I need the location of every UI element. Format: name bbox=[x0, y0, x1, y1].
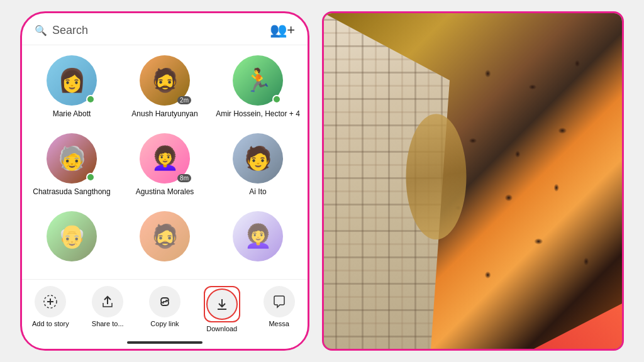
contact-name-3: Amir Hossein, Hector + 4 bbox=[216, 109, 300, 119]
contact-item-9[interactable]: 👩‍🦱 bbox=[214, 211, 301, 269]
add-story-icon bbox=[35, 286, 66, 317]
download-label: Download bbox=[206, 325, 237, 332]
add-friend-icon[interactable]: 👥+ bbox=[270, 22, 295, 38]
search-bar: 🔍 Search 👥+ bbox=[22, 13, 308, 45]
contact-name-1: Marie Abott bbox=[53, 109, 91, 119]
app-container: 🔍 Search 👥+ 👩 Marie Abott bbox=[0, 0, 644, 362]
contact-item-1[interactable]: 👩 Marie Abott bbox=[28, 55, 115, 127]
time-badge-2: 2m bbox=[177, 96, 191, 104]
action-share-to[interactable]: Share to... bbox=[89, 286, 126, 327]
contact-item-8[interactable]: 🧔 bbox=[121, 211, 208, 269]
online-dot-1 bbox=[86, 95, 95, 104]
action-bar: Add to story Share to... bbox=[22, 279, 308, 336]
message-icon bbox=[264, 286, 295, 317]
home-indicator bbox=[127, 341, 203, 344]
download-highlight-box bbox=[204, 286, 240, 322]
add-story-label: Add to story bbox=[32, 320, 69, 327]
contact-item-6[interactable]: 🧑 Ai Ito bbox=[214, 133, 301, 205]
contact-name-2: Anush Harutyunyan bbox=[131, 109, 197, 119]
copy-link-icon bbox=[149, 286, 180, 317]
contact-item-3[interactable]: 🏃 Amir Hossein, Hector + 4 bbox=[214, 55, 301, 127]
download-icon bbox=[206, 288, 238, 320]
action-message[interactable]: Messa bbox=[260, 286, 298, 327]
contact-name-5: Agustina Morales bbox=[136, 187, 194, 197]
avatar-8: 🧔 bbox=[140, 211, 190, 261]
action-copy-link[interactable]: Copy link bbox=[146, 286, 184, 327]
contact-item-2[interactable]: 🧔 2m Anush Harutyunyan bbox=[121, 55, 208, 127]
contact-item-5[interactable]: 👩‍🦱 8m Agustina Morales bbox=[121, 133, 208, 205]
copy-link-label: Copy link bbox=[150, 320, 179, 327]
search-input[interactable]: Search bbox=[52, 24, 88, 37]
avatar-7: 👴 bbox=[47, 211, 97, 261]
online-dot-3 bbox=[272, 95, 281, 104]
phone-bottom-bar bbox=[22, 336, 308, 349]
avatar-9: 👩‍🦱 bbox=[233, 211, 283, 261]
contact-name-4: Chatrasuda Sangthong bbox=[33, 187, 110, 197]
bottom-color bbox=[496, 236, 622, 349]
contacts-grid: 👩 Marie Abott 🧔 2m Anush Harutyunyan bbox=[22, 45, 308, 279]
message-label: Messa bbox=[269, 320, 289, 327]
search-left: 🔍 Search bbox=[35, 24, 270, 37]
contact-name-6: Ai Ito bbox=[249, 187, 266, 197]
photo-panel bbox=[322, 11, 624, 351]
contact-item-4[interactable]: 🧓 Chatrasuda Sangthong bbox=[28, 133, 115, 205]
share-to-label: Share to... bbox=[92, 320, 124, 327]
action-download[interactable]: Download bbox=[203, 286, 241, 332]
contact-item-7[interactable]: 👴 bbox=[28, 211, 115, 269]
phone-mockup: 🔍 Search 👥+ 👩 Marie Abott bbox=[20, 11, 309, 351]
action-add-story[interactable]: Add to story bbox=[31, 286, 69, 327]
search-icon: 🔍 bbox=[35, 25, 47, 36]
time-badge-5: 8m bbox=[177, 174, 191, 182]
photo-background bbox=[324, 13, 622, 349]
avatar-6: 🧑 bbox=[233, 133, 283, 184]
share-to-icon bbox=[92, 286, 123, 317]
online-dot-4 bbox=[86, 173, 95, 182]
